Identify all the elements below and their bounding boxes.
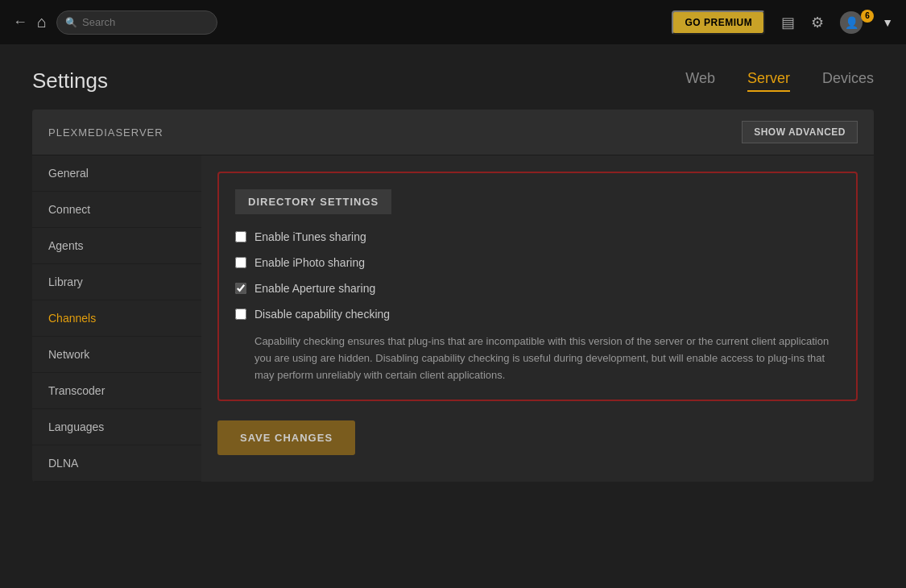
sidebar-item-agents[interactable]: Agents [32, 228, 201, 264]
tools-icon[interactable]: ⚙ [811, 14, 824, 31]
page-tabs: Web Server Devices [685, 70, 874, 92]
capability-checking-checkbox[interactable] [235, 308, 246, 320]
aperture-sharing-row: Enable Aperture sharing [235, 282, 840, 295]
directory-settings-section: DIRECTORY SETTINGS Enable iTunes sharing… [217, 172, 858, 401]
sidebar-item-library[interactable]: Library [32, 264, 201, 300]
search-bar[interactable]: 🔍 [56, 10, 217, 35]
top-navigation: ← ⌂ 🔍 GO PREMIUM ▤ ⚙ 👤 6 ▼ [0, 0, 906, 44]
sidebar-item-connect[interactable]: Connect [32, 192, 201, 228]
settings-header: PLEXMEDIASERVER SHOW ADVANCED [32, 110, 874, 155]
capability-checking-label: Disable capability checking [254, 308, 390, 321]
analytics-icon[interactable]: ▤ [781, 14, 795, 31]
iphoto-sharing-checkbox[interactable] [235, 257, 246, 268]
save-changes-button[interactable]: SAVE CHANGES [217, 420, 355, 455]
back-button[interactable]: ← [13, 14, 27, 31]
settings-body: General Connect Agents Library Channels … [32, 155, 874, 482]
itunes-sharing-label: Enable iTunes sharing [254, 230, 366, 243]
sidebar-item-dlna[interactable]: DLNA [32, 445, 201, 482]
itunes-sharing-row: Enable iTunes sharing [235, 230, 840, 243]
avatar: 👤 [840, 11, 863, 34]
tab-devices[interactable]: Devices [822, 70, 874, 92]
aperture-sharing-checkbox[interactable] [235, 283, 246, 294]
search-icon: 🔍 [65, 17, 77, 28]
settings-content-area: DIRECTORY SETTINGS Enable iTunes sharing… [201, 155, 874, 482]
capability-checking-row: Disable capability checking [235, 308, 840, 321]
iphoto-sharing-label: Enable iPhoto sharing [254, 256, 365, 269]
premium-button[interactable]: GO PREMIUM [672, 10, 765, 35]
settings-container: PLEXMEDIASERVER SHOW ADVANCED General Co… [32, 110, 874, 482]
aperture-sharing-label: Enable Aperture sharing [254, 282, 375, 295]
iphoto-sharing-row: Enable iPhoto sharing [235, 256, 840, 269]
sidebar-item-network[interactable]: Network [32, 337, 201, 373]
itunes-sharing-checkbox[interactable] [235, 231, 246, 242]
user-menu[interactable]: 👤 6 ▼ [840, 11, 893, 34]
sidebar-item-general[interactable]: General [32, 155, 201, 192]
search-input[interactable] [82, 16, 209, 28]
server-name: PLEXMEDIASERVER [48, 126, 163, 139]
sidebar-item-channels[interactable]: Channels [32, 300, 201, 337]
show-advanced-button[interactable]: SHOW ADVANCED [742, 121, 858, 143]
tab-web[interactable]: Web [685, 70, 715, 92]
directory-settings-title[interactable]: DIRECTORY SETTINGS [235, 189, 391, 214]
page-title: Settings [32, 68, 685, 93]
notification-badge: 6 [861, 10, 874, 23]
main-content: Settings Web Server Devices PLEXMEDIASER… [0, 44, 906, 482]
home-button[interactable]: ⌂ [37, 13, 47, 31]
sidebar-item-transcoder[interactable]: Transcoder [32, 373, 201, 409]
sidebar-item-languages[interactable]: Languages [32, 409, 201, 445]
settings-sidebar: General Connect Agents Library Channels … [32, 155, 201, 482]
page-header: Settings Web Server Devices [32, 44, 874, 110]
capability-description: Capability checking ensures that plug-in… [235, 333, 840, 383]
chevron-down-icon: ▼ [882, 16, 893, 29]
tab-server[interactable]: Server [747, 70, 790, 92]
